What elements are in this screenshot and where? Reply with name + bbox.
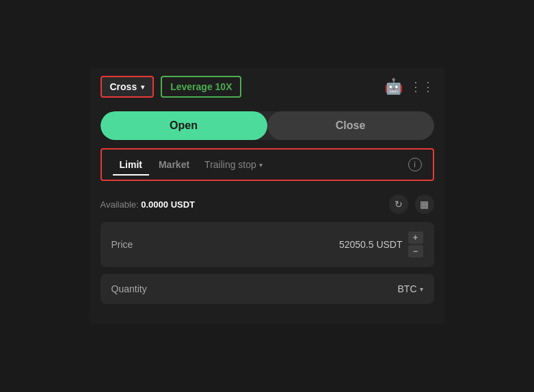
order-type-limit[interactable]: Limit <box>113 155 149 174</box>
top-bar-right: 🤖 ⋮⋮ <box>384 78 434 96</box>
trailing-stop-button[interactable]: Trailing stop ▾ <box>199 155 268 174</box>
top-bar-left: Cross ▾ Leverage 10X <box>101 76 242 98</box>
currency-chevron-icon: ▾ <box>420 285 423 293</box>
quantity-row: Quantity BTC ▾ <box>101 274 434 304</box>
available-row: Available: 0.0000 USDT ↻ ▦ <box>90 189 445 222</box>
order-tabs: Open Close <box>101 111 434 140</box>
available-icons: ↻ ▦ <box>389 195 434 214</box>
quantity-label: Quantity <box>111 283 147 294</box>
price-row: Price 52050.5 USDT + − <box>101 222 434 267</box>
price-decrement-button[interactable]: − <box>408 245 423 257</box>
trailing-stop-chevron-icon: ▾ <box>259 161 263 169</box>
grid-icon[interactable]: ⋮⋮ <box>410 79 434 94</box>
available-value: 0.0000 USDT <box>141 199 195 210</box>
cross-chevron-icon: ▾ <box>141 83 144 91</box>
quantity-right: BTC ▾ <box>398 283 423 294</box>
tab-open[interactable]: Open <box>101 111 267 140</box>
info-icon[interactable]: i <box>408 158 422 171</box>
available-balance: Available: 0.0000 USDT <box>101 199 196 210</box>
order-type-market[interactable]: Market <box>152 155 196 174</box>
refresh-icon[interactable]: ↻ <box>389 195 408 214</box>
tab-close[interactable]: Close <box>267 111 434 140</box>
price-label: Price <box>111 239 133 250</box>
robot-icon[interactable]: 🤖 <box>384 78 403 96</box>
cross-button[interactable]: Cross ▾ <box>101 76 155 98</box>
trading-panel: Cross ▾ Leverage 10X 🤖 ⋮⋮ Open Close Lim… <box>90 68 445 324</box>
price-stepper: + − <box>408 232 423 257</box>
price-increment-button[interactable]: + <box>408 232 423 244</box>
trailing-stop-label: Trailing stop <box>204 159 256 170</box>
cross-label: Cross <box>110 81 137 92</box>
price-right: 52050.5 USDT + − <box>339 232 423 257</box>
top-bar: Cross ▾ Leverage 10X 🤖 ⋮⋮ <box>90 68 445 106</box>
currency-select[interactable]: BTC ▾ <box>398 283 423 294</box>
leverage-label: Leverage 10X <box>170 81 232 92</box>
leverage-badge[interactable]: Leverage 10X <box>161 76 241 98</box>
calculator-icon[interactable]: ▦ <box>415 195 434 214</box>
currency-label: BTC <box>398 283 417 294</box>
price-value: 52050.5 USDT <box>339 239 403 250</box>
order-type-bar: Limit Market Trailing stop ▾ i <box>101 148 434 181</box>
